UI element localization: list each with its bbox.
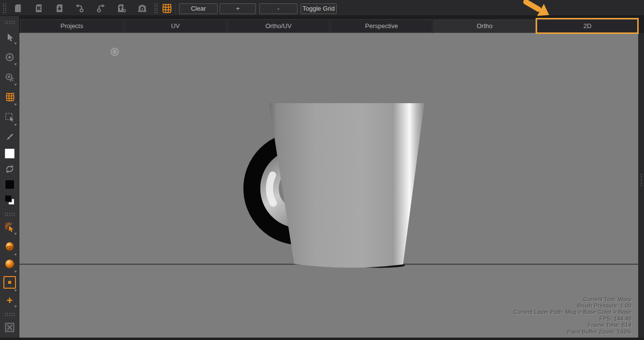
square-dot-brush-dot (8, 281, 11, 284)
sidebar-section-drag-handle[interactable] (4, 212, 15, 216)
warp-tool-dropdown-icon[interactable] (14, 104, 17, 106)
tab-uv[interactable]: UV (124, 19, 226, 33)
default-colors-icon[interactable] (4, 195, 15, 205)
zoom-brush-tool[interactable] (4, 72, 15, 83)
mug-body (269, 103, 424, 268)
export-settings-icon[interactable] (116, 2, 127, 14)
status-frame-time: Frame Time: 614 (513, 322, 631, 328)
bottom-edge-strip (0, 338, 644, 340)
bake-oven-icon[interactable] (136, 2, 148, 14)
spray-cursor-tool[interactable] (4, 222, 15, 232)
status-layer-path: Current Layer Path: Mug > Base Color > B… (513, 309, 631, 315)
mug-model-render (19, 33, 638, 338)
status-paint-buffer-zoom: Paint Buffer Zoom: 143% (513, 329, 631, 335)
sidebar-drag-handle[interactable] (4, 20, 15, 24)
add-plus-dropdown-icon[interactable] (14, 306, 17, 308)
toolbar-section-drag-handle[interactable] (153, 2, 158, 14)
swap-colors-icon[interactable] (4, 164, 15, 174)
material-sphere-tool[interactable] (4, 259, 15, 269)
zoom-in-button[interactable]: + (220, 3, 256, 14)
sphere-visibility-dropdown-icon[interactable] (14, 254, 17, 256)
warp-grid-icon[interactable] (161, 2, 172, 14)
add-circle-tool[interactable] (4, 52, 15, 62)
top-toolbar: Clear + - Toggle Grid (0, 0, 644, 16)
zoom-brush-dropdown-icon[interactable] (14, 84, 17, 86)
app-window: Clear + - Toggle Grid Projects UV Ortho/… (0, 0, 644, 340)
status-current-tool: Current Tool: Warp (513, 296, 631, 303)
import-file-icon[interactable] (54, 2, 65, 14)
toolbar-separator (175, 2, 176, 14)
tab-ortho-uv[interactable]: Ortho/UV (227, 19, 329, 33)
add-circle-dropdown-icon[interactable] (14, 63, 17, 65)
spray-dropdown-icon[interactable] (14, 233, 17, 235)
select-tool-dropdown-icon[interactable] (14, 43, 17, 45)
zoom-out-button[interactable]: - (259, 3, 298, 14)
status-brush-pressure: Brush Pressure: 1.00 (513, 303, 631, 309)
background-color-swatch[interactable] (5, 180, 15, 189)
square-dot-dropdown-icon[interactable] (14, 290, 17, 292)
marquee-select-tool[interactable] (4, 112, 15, 123)
redo-branch-icon[interactable] (95, 2, 106, 14)
foreground-color-swatch[interactable] (5, 149, 15, 158)
tab-perspective[interactable]: Perspective (330, 19, 433, 33)
marquee-dropdown-icon[interactable] (14, 124, 17, 126)
toolbar-drag-handle[interactable] (2, 2, 6, 14)
clear-button[interactable]: Clear (179, 3, 218, 14)
new-file-icon[interactable] (12, 2, 24, 14)
tab-projects[interactable]: Projects (20, 19, 123, 33)
toggle-grid-button[interactable]: Toggle Grid (300, 3, 337, 14)
select-cursor-tool[interactable] (4, 32, 15, 43)
material-sphere-visibility-tool[interactable] (4, 242, 15, 252)
eyedropper-icon[interactable] (4, 132, 15, 142)
sidebar-lower-drag-handle[interactable] (4, 312, 15, 316)
add-plus-tool[interactable] (6, 297, 13, 304)
viewport-2d[interactable]: Current Tool: Warp Brush Pressure: 1.00 … (19, 33, 638, 338)
square-dot-brush-tool[interactable] (3, 276, 16, 289)
debug-status-readout: Current Tool: Warp Brush Pressure: 1.00 … (513, 296, 631, 335)
right-panel-drag-handle[interactable] (640, 173, 643, 187)
delete-box-icon[interactable] (4, 322, 15, 333)
close-file-icon[interactable] (33, 2, 45, 14)
status-fps: FPS: 144.49 (513, 316, 631, 322)
undo-branch-icon[interactable] (74, 2, 86, 14)
brush-cursor (111, 48, 119, 56)
right-panel-strip (638, 33, 644, 340)
sphere-dropdown-icon[interactable] (14, 271, 17, 273)
warp-grid-tool[interactable] (4, 92, 15, 102)
tool-sidebar (0, 16, 19, 340)
view-tab-bar: Projects UV Ortho/UV Perspective Ortho 2… (19, 16, 644, 33)
tab-ortho[interactable]: Ortho (434, 19, 536, 33)
tab-2d[interactable]: 2D (537, 19, 638, 33)
